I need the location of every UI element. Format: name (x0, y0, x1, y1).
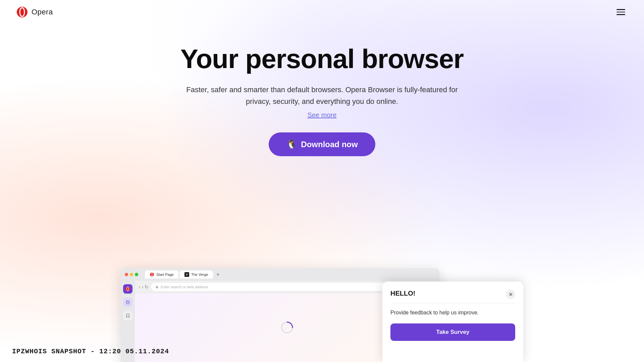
address-bar-text: Enter search or web address (161, 285, 208, 289)
svg-point-4 (125, 287, 130, 291)
tab-start-page[interactable]: Start Page (145, 270, 178, 279)
close-dot (125, 273, 128, 276)
logo-text: Opera (32, 8, 53, 16)
see-more-link[interactable]: See more (308, 111, 337, 119)
dialog-close-button[interactable]: ✕ (506, 290, 515, 299)
dialog-body-text: Provide feedback to help us improve. (390, 309, 515, 317)
bookmark-icon (125, 313, 130, 318)
sidebar-bookmark-icon[interactable] (123, 311, 132, 320)
tab-the-verge-label: The Verge (191, 273, 208, 277)
lock-icon (155, 285, 159, 289)
sidebar-opera-icon[interactable] (123, 284, 132, 294)
sidebar-aria-icon[interactable]: AI (123, 298, 132, 307)
maximize-dot (135, 273, 138, 276)
tab-the-verge[interactable]: V The Verge (180, 270, 213, 279)
tab-favicon-opera (150, 272, 154, 277)
add-tab-button[interactable]: + (214, 271, 222, 278)
loading-circle (280, 321, 294, 334)
svg-text:AI: AI (127, 301, 129, 304)
take-survey-button[interactable]: Take Survey (390, 323, 515, 341)
feedback-dialog: HELLO! ✕ Provide feedback to help us imp… (382, 282, 523, 362)
sidebar-ai-icon: AI (125, 300, 130, 305)
browser-mockup-area: Start Page V The Verge + AI (121, 251, 523, 362)
reload-button[interactable]: ↻ (145, 284, 149, 290)
browser-window-controls (125, 273, 138, 276)
forward-button[interactable]: › (142, 284, 144, 290)
watermark: IPZWHOIS SNAPSHOT - 12:20 05.11.2024 (12, 348, 169, 355)
browser-titlebar: Start Page V The Verge + (121, 268, 439, 281)
opera-logo[interactable]: Opera (16, 6, 53, 18)
hamburger-line-1 (616, 9, 625, 10)
svg-rect-8 (156, 287, 158, 288)
minimize-dot (130, 273, 133, 276)
hero-title: Your personal browser (180, 44, 464, 74)
hamburger-line-3 (616, 14, 625, 15)
dialog-title: HELLO! (390, 290, 415, 297)
dialog-header: HELLO! ✕ (390, 290, 515, 299)
browser-tabs: Start Page V The Verge + (145, 270, 222, 279)
download-button-label: Download now (301, 140, 358, 149)
svg-point-2 (150, 273, 154, 277)
hero-section: Your personal browser Faster, safer and … (0, 24, 644, 173)
hero-subtitle: Faster, safer and smarter than default b… (181, 84, 463, 107)
sidebar-opera-logo-icon (125, 286, 130, 292)
svg-point-0 (17, 7, 28, 17)
navbar: Opera (0, 0, 644, 24)
opera-logo-icon (16, 6, 28, 18)
tab-start-page-label: Start Page (156, 273, 174, 277)
download-now-button[interactable]: 🐧 Download now (269, 132, 375, 156)
dialog-divider (390, 303, 515, 303)
hamburger-menu-button[interactable] (614, 6, 628, 18)
tab-favicon-verge: V (184, 272, 189, 277)
hamburger-line-2 (616, 12, 625, 13)
mobile-feedback-overlay: 9:41 (382, 311, 523, 362)
back-button[interactable]: ‹ (139, 284, 141, 290)
linux-icon: 🐧 (286, 139, 297, 149)
browser-nav-buttons: ‹ › ↻ (139, 284, 149, 290)
